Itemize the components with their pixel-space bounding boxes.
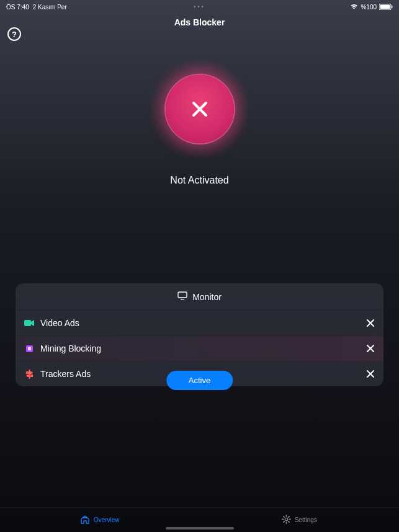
close-icon[interactable] xyxy=(366,319,375,327)
battery-icon xyxy=(379,4,393,10)
svg-rect-4 xyxy=(181,299,184,299)
help-button[interactable]: ? xyxy=(7,27,21,41)
svg-rect-7 xyxy=(28,347,31,350)
svg-rect-3 xyxy=(178,292,187,298)
gear-icon xyxy=(282,515,291,525)
svg-rect-8 xyxy=(29,370,30,379)
page-title: Ads Blocker xyxy=(0,11,399,30)
status-left: ÖS 7:40 2 Kasım Per xyxy=(6,4,67,11)
question-icon: ? xyxy=(12,30,17,39)
monitor-item-video-ads[interactable]: Video Ads xyxy=(16,311,383,336)
svg-point-9 xyxy=(285,518,288,521)
close-icon xyxy=(189,98,211,120)
status-battery-pct: %100 xyxy=(361,4,377,11)
monitor-item-label: Video Ads xyxy=(40,318,366,328)
monitor-item-label: Mining Blocking xyxy=(40,344,366,353)
chip-icon xyxy=(24,344,34,353)
power-button[interactable] xyxy=(166,75,234,143)
wifi-icon xyxy=(350,4,358,10)
home-icon xyxy=(80,515,90,526)
status-bar: ÖS 7:40 2 Kasım Per ••• %100 xyxy=(0,0,399,11)
monitor-title: Monitor xyxy=(192,292,222,302)
tab-overview[interactable]: Overview xyxy=(0,515,200,526)
svg-rect-2 xyxy=(392,6,393,8)
home-indicator[interactable] xyxy=(166,527,234,530)
power-button-wrap xyxy=(150,60,249,159)
video-icon xyxy=(24,318,34,328)
tab-label: Overview xyxy=(94,516,120,523)
tab-label: Settings xyxy=(295,516,317,523)
activation-status: Not Activated xyxy=(170,175,228,186)
tab-settings[interactable]: Settings xyxy=(200,515,400,525)
status-time: ÖS 7:40 xyxy=(6,4,29,11)
close-icon[interactable] xyxy=(366,344,375,353)
monitor-icon xyxy=(177,291,187,302)
signpost-icon xyxy=(24,369,34,379)
svg-rect-1 xyxy=(380,5,390,9)
status-date: 2 Kasım Per xyxy=(33,4,67,11)
status-right: %100 xyxy=(350,4,393,11)
svg-rect-5 xyxy=(24,320,31,326)
status-dots: ••• xyxy=(194,4,205,10)
active-button[interactable]: Active xyxy=(166,371,233,390)
close-icon[interactable] xyxy=(366,370,375,378)
main-content: Not Activated xyxy=(0,30,399,186)
monitor-header: Monitor xyxy=(16,283,383,311)
monitor-item-mining-blocking[interactable]: Mining Blocking xyxy=(16,336,383,361)
